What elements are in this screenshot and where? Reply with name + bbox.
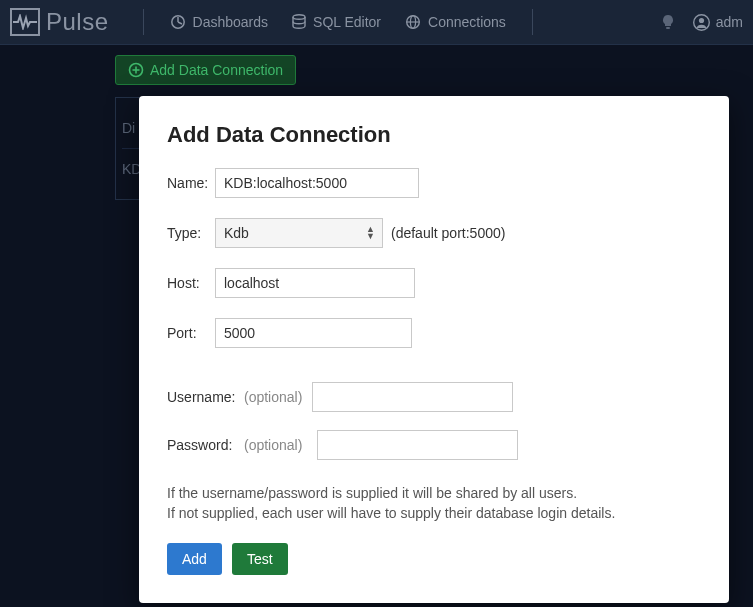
nav-sql-editor-label: SQL Editor: [313, 14, 381, 30]
brand-logo[interactable]: Pulse: [10, 8, 129, 36]
nav-divider: [532, 9, 533, 35]
nav-connections-label: Connections: [428, 14, 506, 30]
svg-point-1: [293, 15, 305, 19]
test-button[interactable]: Test: [232, 543, 288, 575]
field-port-row: Port:: [167, 318, 701, 348]
field-type-row: Type: Kdb ▲▼ (default port:5000): [167, 218, 701, 248]
password-optional: (optional): [244, 437, 302, 453]
type-select-wrap: Kdb ▲▼: [215, 218, 383, 248]
user-icon: [693, 14, 710, 31]
field-host-row: Host:: [167, 268, 701, 298]
field-password-row: Password: (optional): [167, 430, 701, 460]
brand-name: Pulse: [46, 8, 109, 36]
port-input[interactable]: [215, 318, 412, 348]
nav-connections[interactable]: Connections: [393, 14, 518, 30]
name-input[interactable]: [215, 168, 419, 198]
password-label: Password:: [167, 437, 241, 453]
username-label: Username:: [167, 389, 241, 405]
nav-user[interactable]: adm: [693, 14, 743, 31]
svg-rect-5: [666, 27, 670, 29]
database-icon: [292, 14, 306, 30]
nav-user-label: adm: [716, 14, 743, 30]
field-username-row: Username: (optional): [167, 382, 701, 412]
username-optional: (optional): [244, 389, 302, 405]
add-connection-button[interactable]: Add Data Connection: [115, 55, 296, 85]
nav-dashboards-label: Dashboards: [193, 14, 269, 30]
host-input[interactable]: [215, 268, 415, 298]
field-name-row: Name:: [167, 168, 701, 198]
password-input[interactable]: [317, 430, 518, 460]
type-select[interactable]: Kdb: [215, 218, 383, 248]
nav-dashboards[interactable]: Dashboards: [158, 14, 281, 30]
dashboard-icon: [170, 14, 186, 30]
dialog-buttons: Add Test: [167, 543, 701, 575]
port-label: Port:: [167, 325, 215, 341]
dialog-title: Add Data Connection: [167, 122, 701, 148]
nav-sql-editor[interactable]: SQL Editor: [280, 14, 393, 30]
nav-divider: [143, 9, 144, 35]
type-label: Type:: [167, 225, 215, 241]
help-line-2: If not supplied, each user will have to …: [167, 504, 701, 524]
lightbulb-icon[interactable]: [661, 14, 675, 30]
globe-icon: [405, 14, 421, 30]
pulse-logo-icon: [10, 8, 40, 36]
add-connection-dialog: Add Data Connection Name: Type: Kdb ▲▼ (…: [139, 96, 729, 603]
credentials-help: If the username/password is supplied it …: [167, 484, 701, 523]
username-input[interactable]: [312, 382, 513, 412]
add-button[interactable]: Add: [167, 543, 222, 575]
type-hint: (default port:5000): [391, 225, 505, 241]
add-connection-button-label: Add Data Connection: [150, 62, 283, 78]
svg-point-7: [699, 17, 704, 22]
top-navbar: Pulse Dashboards SQL Editor Connections …: [0, 0, 753, 45]
name-label: Name:: [167, 175, 215, 191]
host-label: Host:: [167, 275, 215, 291]
plus-circle-icon: [128, 62, 144, 78]
help-line-1: If the username/password is supplied it …: [167, 484, 701, 504]
